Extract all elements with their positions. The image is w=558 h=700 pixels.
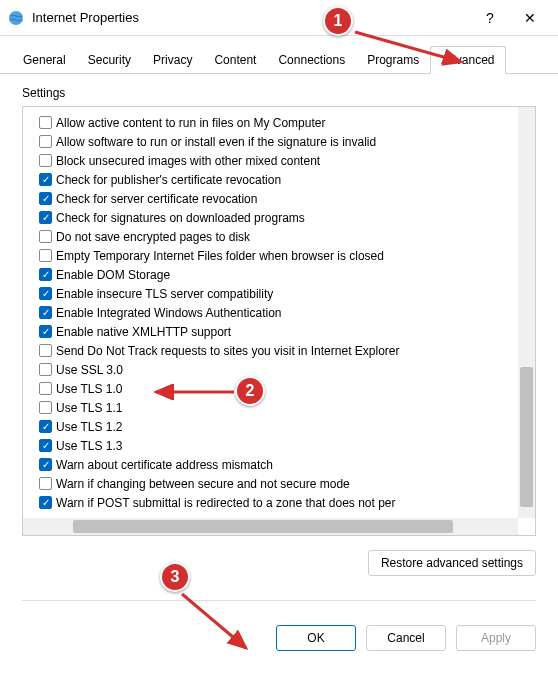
setting-row[interactable]: Enable DOM Storage bbox=[39, 265, 535, 284]
setting-label: Check for publisher's certificate revoca… bbox=[56, 173, 281, 187]
checkbox[interactable] bbox=[39, 458, 52, 471]
setting-row[interactable]: Use SSL 3.0 bbox=[39, 360, 535, 379]
horizontal-scrollbar[interactable] bbox=[23, 518, 518, 535]
checkbox[interactable] bbox=[39, 382, 52, 395]
checkbox[interactable] bbox=[39, 211, 52, 224]
scrollbar-thumb[interactable] bbox=[73, 520, 453, 533]
setting-row[interactable]: Warn if POST submittal is redirected to … bbox=[39, 493, 535, 512]
checkbox[interactable] bbox=[39, 230, 52, 243]
setting-label: Use TLS 1.1 bbox=[56, 401, 122, 415]
setting-label: Enable DOM Storage bbox=[56, 268, 170, 282]
checkbox[interactable] bbox=[39, 135, 52, 148]
setting-label: Use TLS 1.3 bbox=[56, 439, 122, 453]
settings-group-label: Settings bbox=[22, 86, 536, 100]
setting-row[interactable]: Check for server certificate revocation bbox=[39, 189, 535, 208]
setting-label: Send Do Not Track requests to sites you … bbox=[56, 344, 400, 358]
scrollbar-thumb[interactable] bbox=[520, 367, 533, 507]
checkbox[interactable] bbox=[39, 477, 52, 490]
setting-row[interactable]: Send Do Not Track requests to sites you … bbox=[39, 341, 535, 360]
setting-row[interactable]: Use TLS 1.3 bbox=[39, 436, 535, 455]
divider bbox=[22, 600, 536, 601]
setting-label: Use TLS 1.2 bbox=[56, 420, 122, 434]
setting-row[interactable]: Enable native XMLHTTP support bbox=[39, 322, 535, 341]
setting-row[interactable]: Use TLS 1.0 bbox=[39, 379, 535, 398]
setting-label: Enable insecure TLS server compatibility bbox=[56, 287, 273, 301]
apply-button[interactable]: Apply bbox=[456, 625, 536, 651]
setting-label: Warn about certificate address mismatch bbox=[56, 458, 273, 472]
setting-row[interactable]: Warn about certificate address mismatch bbox=[39, 455, 535, 474]
setting-row[interactable]: Empty Temporary Internet Files folder wh… bbox=[39, 246, 535, 265]
tab-connections[interactable]: Connections bbox=[267, 46, 356, 73]
tab-strip: General Security Privacy Content Connect… bbox=[0, 36, 558, 74]
setting-row[interactable]: Warn if changing between secure and not … bbox=[39, 474, 535, 493]
vertical-scrollbar[interactable] bbox=[518, 107, 535, 518]
svg-point-0 bbox=[9, 11, 23, 25]
setting-row[interactable]: Check for signatures on downloaded progr… bbox=[39, 208, 535, 227]
setting-label: Warn if changing between secure and not … bbox=[56, 477, 350, 491]
checkbox[interactable] bbox=[39, 287, 52, 300]
setting-row[interactable]: Do not save encrypted pages to disk bbox=[39, 227, 535, 246]
setting-label: Enable Integrated Windows Authentication bbox=[56, 306, 281, 320]
tab-security[interactable]: Security bbox=[77, 46, 142, 73]
help-button[interactable]: ? bbox=[470, 0, 510, 36]
setting-label: Allow software to run or install even if… bbox=[56, 135, 376, 149]
ok-button[interactable]: OK bbox=[276, 625, 356, 651]
setting-label: Check for signatures on downloaded progr… bbox=[56, 211, 305, 225]
checkbox[interactable] bbox=[39, 363, 52, 376]
checkbox[interactable] bbox=[39, 173, 52, 186]
setting-label: Do not save encrypted pages to disk bbox=[56, 230, 250, 244]
close-button[interactable]: ✕ bbox=[510, 0, 550, 36]
window-title: Internet Properties bbox=[32, 10, 470, 25]
checkbox[interactable] bbox=[39, 306, 52, 319]
settings-listbox: Allow active content to run in files on … bbox=[22, 106, 536, 536]
setting-row[interactable]: Use TLS 1.2 bbox=[39, 417, 535, 436]
setting-label: Allow active content to run in files on … bbox=[56, 116, 325, 130]
checkbox[interactable] bbox=[39, 192, 52, 205]
checkbox[interactable] bbox=[39, 496, 52, 509]
cancel-button[interactable]: Cancel bbox=[366, 625, 446, 651]
setting-row[interactable]: Enable Integrated Windows Authentication bbox=[39, 303, 535, 322]
checkbox[interactable] bbox=[39, 249, 52, 262]
setting-row[interactable]: Use TLS 1.1 bbox=[39, 398, 535, 417]
tab-general[interactable]: General bbox=[12, 46, 77, 73]
dialog-footer: OK Cancel Apply bbox=[0, 625, 558, 665]
checkbox[interactable] bbox=[39, 420, 52, 433]
tab-privacy[interactable]: Privacy bbox=[142, 46, 203, 73]
setting-label: Enable native XMLHTTP support bbox=[56, 325, 231, 339]
checkbox[interactable] bbox=[39, 439, 52, 452]
setting-label: Use SSL 3.0 bbox=[56, 363, 123, 377]
tab-advanced[interactable]: Advanced bbox=[430, 46, 505, 74]
setting-label: Use TLS 1.0 bbox=[56, 382, 122, 396]
checkbox[interactable] bbox=[39, 325, 52, 338]
checkbox[interactable] bbox=[39, 154, 52, 167]
titlebar: Internet Properties ? ✕ bbox=[0, 0, 558, 36]
internet-options-icon bbox=[8, 10, 24, 26]
setting-row[interactable]: Check for publisher's certificate revoca… bbox=[39, 170, 535, 189]
checkbox[interactable] bbox=[39, 268, 52, 281]
tab-programs[interactable]: Programs bbox=[356, 46, 430, 73]
setting-label: Block unsecured images with other mixed … bbox=[56, 154, 320, 168]
checkbox[interactable] bbox=[39, 401, 52, 414]
setting-row[interactable]: Block unsecured images with other mixed … bbox=[39, 151, 535, 170]
checkbox[interactable] bbox=[39, 344, 52, 357]
setting-row[interactable]: Allow software to run or install even if… bbox=[39, 132, 535, 151]
setting-row[interactable]: Allow active content to run in files on … bbox=[39, 113, 535, 132]
setting-label: Empty Temporary Internet Files folder wh… bbox=[56, 249, 384, 263]
setting-row[interactable]: Enable insecure TLS server compatibility bbox=[39, 284, 535, 303]
setting-label: Check for server certificate revocation bbox=[56, 192, 257, 206]
checkbox[interactable] bbox=[39, 116, 52, 129]
restore-advanced-settings-button[interactable]: Restore advanced settings bbox=[368, 550, 536, 576]
setting-label: Warn if POST submittal is redirected to … bbox=[56, 496, 396, 510]
tab-content[interactable]: Content bbox=[203, 46, 267, 73]
tab-panel-advanced: Settings Allow active content to run in … bbox=[0, 74, 558, 625]
